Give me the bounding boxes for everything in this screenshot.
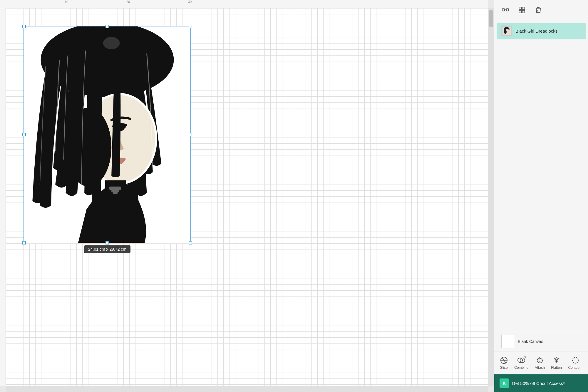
blank-canvas-label: Blank Canvas bbox=[518, 339, 543, 344]
promo-banner[interactable]: a Get 50% off Cricut Access* bbox=[494, 374, 588, 392]
svg-rect-14 bbox=[502, 9, 505, 11]
layer-item[interactable]: Black Girl Dreadlocks bbox=[497, 23, 586, 39]
ruler-mark-30: 30 bbox=[188, 0, 192, 4]
attach-label: Attach bbox=[535, 366, 545, 370]
ruler-left bbox=[0, 8, 6, 386]
artwork-container: .hair{fill:#111;}.face{fill:#111;}.bg{fi… bbox=[24, 26, 190, 243]
attach-button[interactable]: Attach bbox=[532, 355, 547, 371]
svg-rect-17 bbox=[519, 7, 522, 10]
toolbar-icons bbox=[494, 0, 588, 20]
promo-text: Get 50% off Cricut Access* bbox=[512, 381, 565, 386]
svg-point-13 bbox=[103, 37, 120, 49]
delete-button[interactable] bbox=[533, 5, 544, 15]
ruler-top: 10 20 30 bbox=[0, 0, 488, 8]
contour-button[interactable]: Contou... bbox=[566, 355, 585, 371]
bottom-toolbar: Slice ▼ Combine bbox=[494, 351, 588, 374]
combine-dropdown-arrow: ▼ bbox=[524, 356, 527, 359]
grid-canvas[interactable]: .hair{fill:#111;}.face{fill:#111;}.bg{fi… bbox=[6, 8, 488, 386]
canvas-area: 10 20 30 .hair{fill:#111;}.face{fill:#11… bbox=[0, 0, 494, 392]
promo-icon: a bbox=[500, 378, 509, 388]
layer-name: Black Girl Dreadlocks bbox=[515, 29, 557, 33]
right-panel: Black Girl Dreadlocks Blank Canvas Slice bbox=[494, 0, 588, 392]
attach-icon bbox=[536, 356, 544, 364]
scrollbar-thumb-vertical[interactable] bbox=[489, 10, 493, 27]
panel-spacer bbox=[494, 39, 588, 332]
layer-thumbnail bbox=[501, 26, 512, 36]
ungroup-button[interactable] bbox=[500, 5, 511, 15]
svg-rect-19 bbox=[519, 10, 522, 13]
svg-rect-20 bbox=[522, 10, 525, 13]
slice-label: Slice bbox=[500, 366, 508, 370]
flatten-icon bbox=[552, 356, 561, 364]
ruler-mark-10: 10 bbox=[65, 0, 68, 4]
size-label: 24.01 cm x 29.72 cm bbox=[84, 245, 130, 253]
blank-canvas-thumbnail bbox=[501, 335, 514, 348]
flatten-button[interactable]: Flatten bbox=[549, 355, 564, 371]
slice-button[interactable]: Slice bbox=[497, 355, 510, 371]
contour-icon bbox=[571, 356, 579, 364]
slice-icon bbox=[500, 356, 508, 364]
scrollbar-bottom[interactable] bbox=[6, 386, 488, 392]
scrollbar-right[interactable] bbox=[488, 8, 494, 386]
combine-icon: ▼ bbox=[517, 356, 525, 364]
group-button[interactable] bbox=[517, 5, 527, 15]
combine-label: Combine bbox=[514, 366, 528, 370]
blank-canvas-item[interactable]: Blank Canvas bbox=[497, 332, 586, 351]
svg-rect-9 bbox=[109, 187, 121, 190]
svg-rect-10 bbox=[111, 190, 119, 192]
ruler-mark-20: 20 bbox=[126, 0, 130, 4]
contour-label: Contou... bbox=[568, 366, 583, 370]
combine-button[interactable]: ▼ Combine bbox=[512, 355, 531, 371]
app-container: 10 20 30 .hair{fill:#111;}.face{fill:#11… bbox=[0, 0, 588, 392]
svg-rect-15 bbox=[506, 9, 509, 11]
svg-point-31 bbox=[572, 357, 578, 363]
svg-rect-18 bbox=[522, 7, 525, 10]
svg-rect-11 bbox=[113, 192, 118, 194]
ruler-marks-horizontal: 10 20 30 bbox=[6, 0, 488, 8]
flatten-label: Flatten bbox=[551, 366, 562, 370]
